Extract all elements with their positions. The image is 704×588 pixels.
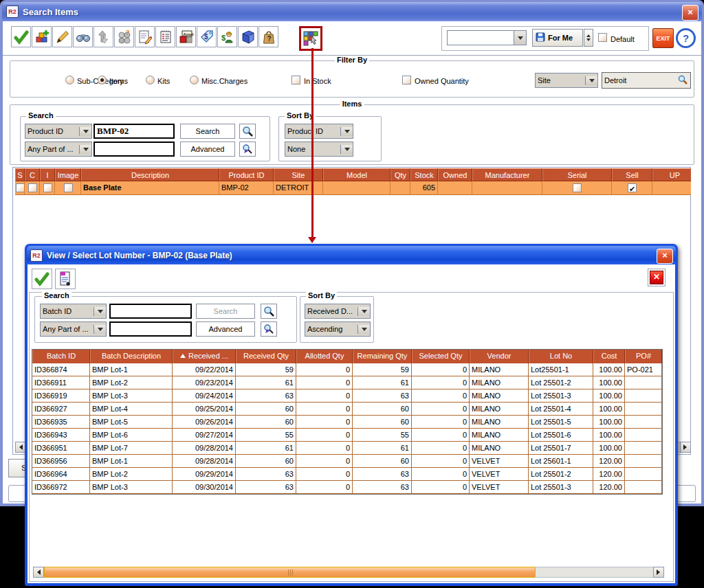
row-checkbox[interactable] [573,183,582,192]
package-inquiry-button[interactable]: ? [258,26,278,47]
exit-button[interactable]: EXIT [652,28,674,48]
chevron-down-icon[interactable] [340,145,353,154]
advanced-find-icon-button[interactable] [261,321,277,337]
edit-pencil-button[interactable] [52,26,72,47]
add-item-button[interactable] [32,26,52,47]
for-me-button[interactable]: For Me [532,29,583,47]
chevron-down-icon[interactable] [79,145,91,154]
vendor-payment-button[interactable]: $ [217,26,237,47]
default-checkbox[interactable] [598,33,607,42]
chevron-down-icon[interactable] [514,31,526,45]
dlg-sort2-dropdown[interactable]: Ascending [305,321,371,337]
table-row[interactable]: ID366964BMP Lot-209/29/2014630630VELVETL… [32,468,662,481]
column-header-selected-qty[interactable]: Selected Qty [412,350,470,363]
table-row[interactable]: ID366972BMP Lot-309/30/2014630630VELVETL… [32,481,662,494]
for-me-spinner[interactable] [584,29,593,47]
column-header-product-id[interactable]: Product ID [219,168,274,181]
column-header-batch-id[interactable]: Batch ID [32,350,90,363]
dlg-criteria2-dropdown[interactable]: Any Part of ... [40,321,107,337]
dialog-close-button[interactable]: × [657,249,673,264]
column-header-lot-no[interactable]: Lot No [529,350,593,363]
row-checkbox[interactable] [628,183,637,192]
catalog-book-button[interactable] [238,26,258,47]
site-value-field[interactable]: Detroit [602,72,691,89]
preset-combobox[interactable] [447,30,527,45]
dlg-value2-input[interactable] [109,321,192,337]
dialog-cancel-button[interactable]: ✕ [648,269,666,286]
radio-items[interactable] [98,76,107,84]
dlg-criteria1-dropdown[interactable]: Batch ID [40,304,107,319]
column-header-batch-description[interactable]: Batch Description [90,350,173,363]
find-binoculars-button[interactable] [73,26,93,47]
column-header-owned[interactable]: Owned [438,168,472,181]
table-row[interactable]: ID366943BMP Lot-609/27/2014550550MILANOL… [32,429,662,442]
column-header-vendor[interactable]: Vendor [470,350,529,363]
column-header-model[interactable]: Model [323,168,390,181]
column-header-remaining-qty[interactable]: Remaining Qty [353,350,412,363]
column-header-qty[interactable]: Qty [390,168,410,181]
chevron-down-icon[interactable] [94,325,106,334]
dialog-hscrollbar-thumb[interactable] [44,567,536,578]
search-value1-input[interactable]: BMP-02 [94,124,175,139]
column-header-allotted-qty[interactable]: Allotted Qty [296,350,353,363]
in-stock-checkbox[interactable] [292,76,300,84]
chevron-down-icon[interactable] [585,76,597,85]
column-header-po#[interactable]: PO# [625,350,662,363]
chevron-down-icon[interactable] [79,127,91,136]
column-header-image[interactable]: Image [55,168,81,181]
column-header-up[interactable]: UP [652,168,691,181]
row-checkbox[interactable] [43,183,52,192]
quick-search-icon-button[interactable] [261,304,277,319]
search-icon[interactable] [677,74,688,87]
stock-inquiry-button[interactable]: ? [114,26,134,47]
help-button[interactable]: ? [676,28,696,48]
site-dropdown[interactable]: Site [535,73,598,88]
owned-quantity-checkbox[interactable] [402,76,411,84]
search-criteria1-dropdown[interactable]: Product ID [25,124,92,139]
transfer-arrows-button[interactable] [94,26,113,47]
table-row[interactable]: Base PlateBMP-02DETROIT605 [15,181,691,195]
view-lots-button[interactable] [299,26,322,51]
chevron-down-icon[interactable] [94,307,106,316]
radio-kits[interactable] [146,76,155,84]
notes-button[interactable] [135,26,155,47]
table-row[interactable]: ID366874BMP Lot-109/22/2014590590MILANOL… [32,363,662,376]
advanced-button[interactable]: Advanced [180,142,235,157]
column-header-site[interactable]: Site [274,168,323,181]
column-header-received-qty[interactable]: Received Qty [236,350,296,363]
advanced-find-icon-button[interactable] [239,142,256,157]
dlg-sort1-dropdown[interactable]: Received D... [305,304,371,319]
search-criteria2-dropdown[interactable]: Any Part of ... [25,142,92,157]
quick-search-icon-button[interactable] [239,124,256,139]
list-report-button[interactable] [155,26,175,47]
chevron-down-icon[interactable] [358,325,370,334]
column-header-c[interactable]: C [25,168,40,181]
radio-sub-category[interactable] [65,76,74,84]
scroll-right-button[interactable] [653,567,664,578]
confirm-check-button[interactable] [11,26,31,47]
dlg-value1-input[interactable] [109,304,192,319]
row-checkbox[interactable] [16,183,25,192]
row-checkbox[interactable] [64,183,73,192]
scroll-right-button[interactable] [680,442,691,453]
column-header-stock[interactable]: Stock [410,168,438,181]
column-header-sell[interactable]: Sell [612,168,652,181]
search-value2-input[interactable] [94,142,175,157]
asset-register-button[interactable]: Asset [176,26,196,47]
radio-misc-charges[interactable] [190,76,199,84]
search-button[interactable]: Search [180,124,235,139]
chevron-down-icon[interactable] [340,127,353,136]
table-row[interactable]: ID366927BMP Lot-409/25/2014600600MILANOL… [32,403,662,416]
dlg-search-button[interactable]: Search [196,304,255,319]
row-checkbox[interactable] [28,183,37,192]
table-row[interactable]: ID366919BMP Lot-309/24/2014630630MILANOL… [32,389,662,403]
table-row[interactable]: ID366951BMP Lot-709/28/2014610610MILANOL… [32,442,662,455]
column-header-serial[interactable]: Serial [542,168,612,181]
column-header-i[interactable]: I [40,168,55,181]
table-row[interactable]: ID366911BMP Lot-209/23/2014610610MILANOL… [32,376,662,389]
sort-field2-dropdown[interactable]: None [285,142,353,157]
chevron-down-icon[interactable] [358,307,370,316]
dlg-advanced-button[interactable]: Advanced [196,321,255,337]
column-header-manufacturer[interactable]: Manufacturer [472,168,542,181]
confirm-check-button[interactable] [32,269,52,289]
